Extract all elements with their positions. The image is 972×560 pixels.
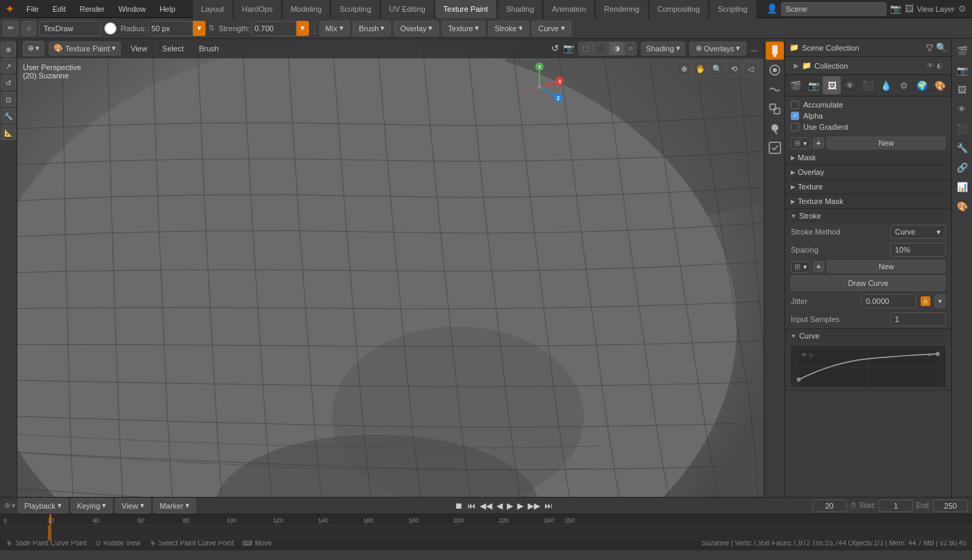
props-mat-btn[interactable]: 🎨 [931, 76, 949, 94]
stroke-method-dropdown[interactable]: Curve ▾ [890, 225, 946, 239]
curve-graph[interactable]: ⟲ ▷ ✕ [791, 346, 946, 387]
prev-keyframe-btn[interactable]: ◀◀ [478, 501, 494, 511]
add-btn[interactable]: + [813, 137, 824, 149]
playback-dropdown[interactable]: Playback▾ [18, 498, 68, 514]
props-scene-btn[interactable]: 🎬 [787, 76, 805, 94]
undo-icon[interactable]: ↺ [551, 43, 559, 53]
props-view-btn[interactable]: 👁 [841, 76, 859, 94]
alpha-checkbox[interactable] [791, 112, 799, 120]
tab-rendering[interactable]: Rendering [596, 0, 648, 18]
brush-name-input[interactable] [39, 21, 101, 36]
overlay-header[interactable]: ▶ Overlay [785, 165, 951, 179]
props-icon-constraint[interactable]: 🔗 [953, 158, 971, 176]
nav-btn-2[interactable]: 🖐 [693, 61, 708, 76]
props-render-btn[interactable]: 📷 [805, 76, 823, 94]
edit-menu[interactable]: Edit [46, 0, 73, 18]
blend-mode-dropdown[interactable]: Mix▾ [319, 21, 350, 36]
brush-mode-btn[interactable]: ○ [22, 21, 36, 36]
tab-hardops[interactable]: HardOps [234, 0, 281, 18]
brush-fill-btn[interactable] [766, 119, 784, 137]
props-icon-modifier[interactable]: 🔧 [953, 139, 971, 157]
props-phys-btn[interactable]: ⚙ [895, 76, 913, 94]
left-tool-btn-3[interactable]: ↺ [1, 75, 16, 90]
keying-dropdown[interactable]: Keying▾ [71, 498, 113, 514]
brush-soften-btn[interactable] [766, 61, 784, 79]
shading-dropdown[interactable]: Shading▾ [641, 42, 685, 56]
brush-draw-btn[interactable] [766, 42, 784, 60]
nav-btn-1[interactable]: ⊕ [676, 61, 692, 76]
nav-btn-5[interactable]: ◁ [743, 61, 758, 76]
mask-header[interactable]: ▶ Mask [785, 151, 951, 164]
spacing-value[interactable]: 10% [890, 243, 946, 257]
last-frame-btn[interactable]: ⏭ [543, 501, 554, 511]
overlay-btn[interactable]: ⊕ Overlays▾ [689, 42, 746, 56]
color-swatch[interactable] [104, 22, 117, 35]
render-shading-btn[interactable]: ○ [624, 42, 637, 56]
props-particle-btn[interactable]: 💧 [877, 76, 895, 94]
input-samples-value[interactable]: 1 [890, 312, 946, 326]
window-menu[interactable]: Window [112, 0, 153, 18]
strength-arrow[interactable]: ▼ [296, 21, 309, 36]
tab-animation[interactable]: Animation [544, 0, 594, 18]
gizmo-widget[interactable]: Y X Z [514, 61, 566, 113]
nav-btn-3[interactable]: 🔍 [710, 61, 725, 76]
stop-btn[interactable]: ⏹ [453, 501, 464, 511]
props-icon-material[interactable]: 🎨 [953, 197, 971, 215]
brush-type-dropdown[interactable]: Brush▾ [353, 21, 392, 36]
tab-sculpting[interactable]: Sculpting [331, 0, 379, 18]
curve-dropdown[interactable]: Curve▾ [532, 21, 571, 36]
stroke-dropdown[interactable]: Stroke▾ [488, 21, 529, 36]
props-icon-view[interactable]: 👁 [953, 100, 971, 118]
curve-header[interactable]: ▼ Curve [785, 329, 951, 343]
tab-shading[interactable]: Shading [498, 0, 542, 18]
left-tool-btn-6[interactable]: 📐 [1, 125, 16, 140]
timeline-mode-arrow[interactable]: ▾ [12, 502, 15, 509]
next-keyframe-btn[interactable]: ▶▶ [526, 501, 542, 511]
props-icon-obj[interactable]: ⬛ [953, 119, 971, 137]
accumulate-checkbox[interactable] [791, 101, 799, 109]
first-frame-btn[interactable]: ⏮ [466, 501, 477, 511]
props-icon-data[interactable]: 📊 [953, 178, 971, 196]
texture-paint-mode[interactable]: 🎨 Texture Paint ▾ [49, 42, 121, 56]
tab-modeling[interactable]: Modeling [283, 0, 330, 18]
radius-arrow[interactable]: ▼ [193, 21, 206, 36]
brush-smear-btn[interactable] [766, 80, 784, 99]
jitter-value[interactable]: 0.0000 [861, 294, 916, 308]
timeline-playhead-area[interactable] [0, 525, 972, 541]
props-icon-scene[interactable]: 🎬 [953, 42, 971, 60]
props-output-btn[interactable]: 🖼 [823, 76, 841, 94]
left-tool-btn-5[interactable]: 🔧 [1, 108, 16, 124]
search-icon[interactable]: 🔍 [936, 42, 947, 53]
lock-icon[interactable]: 🔒 [921, 296, 930, 306]
next-frame-btn[interactable]: ▶ [516, 501, 525, 511]
prev-frame-btn[interactable]: ◀ [495, 501, 504, 511]
snap-icon[interactable]: 📷 [563, 43, 574, 53]
jitter-arrow[interactable]: ▼ [935, 294, 946, 308]
file-menu[interactable]: File [19, 0, 46, 18]
new-btn-inline[interactable]: New [827, 137, 946, 149]
texture-header[interactable]: ▶ Texture [785, 180, 951, 194]
select-btn[interactable]: Select [157, 42, 190, 56]
current-frame-input[interactable] [812, 500, 847, 512]
radius-field[interactable]: 50 px [148, 21, 193, 36]
scene-input[interactable] [781, 2, 887, 16]
stroke-header[interactable]: ▼ Stroke [785, 209, 951, 223]
texture-mask-header[interactable]: ▶ Texture Mask [785, 194, 951, 208]
start-frame-input[interactable] [878, 500, 913, 512]
left-tool-btn-4[interactable]: ⊡ [1, 92, 16, 107]
end-frame-input[interactable] [933, 500, 968, 512]
mode-btn[interactable]: ✏ [3, 21, 19, 36]
strength-field[interactable]: 0.700 [251, 21, 296, 36]
wire-shading-btn[interactable]: ⬚ [578, 42, 593, 56]
help-menu[interactable]: Help [153, 0, 183, 18]
viewport-mode-btn[interactable]: ⊕ ▾ [23, 41, 44, 56]
material-shading-btn[interactable]: ◑ [610, 42, 624, 56]
left-tool-btn-1[interactable]: ⊕ [1, 42, 16, 57]
props-world-btn[interactable]: 🌍 [913, 76, 931, 94]
tab-layout[interactable]: Layout [193, 0, 233, 18]
left-tool-btn-2[interactable]: ↗ [1, 58, 16, 74]
more-icon[interactable]: ... [751, 43, 758, 53]
scene-collection-item[interactable]: ▶ 📁 Collection 👁 ◐ [791, 60, 946, 71]
props-icon-render[interactable]: 📷 [953, 61, 971, 79]
filter-icon[interactable]: ▽ [926, 42, 933, 53]
